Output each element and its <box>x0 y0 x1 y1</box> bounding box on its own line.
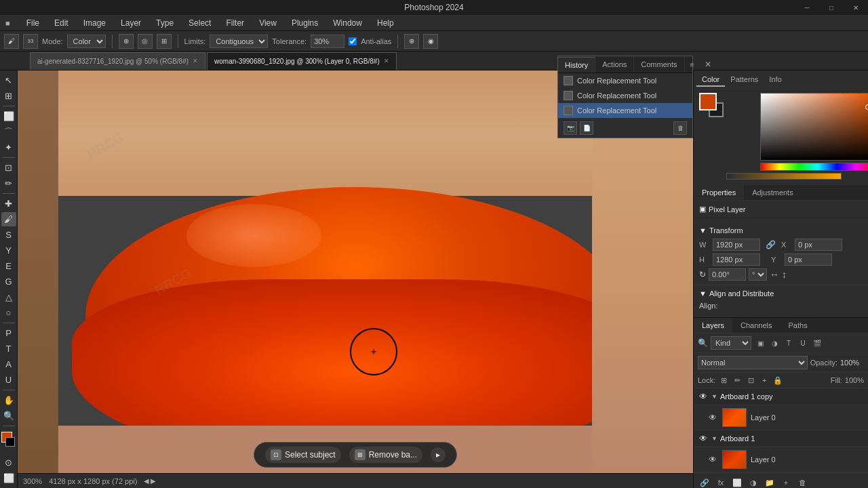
color-tab[interactable]: Color <box>696 73 725 87</box>
select-subject-button[interactable]: ⊡ Select subject <box>265 447 341 463</box>
nav-prev[interactable]: ◀ <box>144 477 149 485</box>
angle-input[interactable] <box>709 268 746 281</box>
brush-preset-icon[interactable]: 33 <box>23 34 38 49</box>
history-item-3[interactable]: Color Replacement Tool <box>558 103 692 118</box>
lock-all-icon[interactable]: 🔒 <box>772 375 783 386</box>
lasso-tool[interactable]: ⌒ <box>1 125 16 139</box>
opacity-slider[interactable] <box>726 173 842 180</box>
tab-1[interactable]: ai-generated-8327716_1920.jpg @ 50% (RGB… <box>30 52 205 70</box>
layer-0-1-vis[interactable]: 👁 <box>707 454 718 465</box>
layers-new-btn[interactable]: + <box>779 476 793 488</box>
history-item-1[interactable]: Color Replacement Tool <box>558 73 692 88</box>
menu-file[interactable]: File <box>24 18 42 28</box>
properties-tab[interactable]: Properties <box>694 185 744 200</box>
comments-tab[interactable]: Comments <box>634 57 684 72</box>
screen-mode[interactable]: ⬜ <box>1 471 16 485</box>
patterns-tab[interactable]: Patterns <box>725 73 764 87</box>
blur-tool[interactable]: △ <box>1 290 16 304</box>
hand-tool[interactable]: ✋ <box>1 393 16 407</box>
menu-select[interactable]: Select <box>186 18 214 28</box>
shape-tool[interactable]: U <box>1 373 16 387</box>
filter-pixel-icon[interactable]: ▣ <box>754 337 766 349</box>
lock-transparent-icon[interactable]: ⊞ <box>718 375 729 386</box>
nav-next[interactable]: ▶ <box>151 477 156 485</box>
more-options-button[interactable]: ▸ <box>431 447 446 462</box>
mode-select[interactable]: Color <box>67 35 106 48</box>
artboard-1-copy-vis[interactable]: 👁 <box>698 391 709 402</box>
type-tool[interactable]: T <box>1 342 16 356</box>
artboard-1-vis[interactable]: 👁 <box>698 433 709 444</box>
brush-tool[interactable]: 🖌 <box>1 212 16 226</box>
width-input[interactable] <box>713 239 760 251</box>
blend-mode-select[interactable]: Normal <box>698 356 808 369</box>
path-selection-tool[interactable]: A <box>1 357 16 371</box>
layers-link-btn[interactable]: 🔗 <box>698 476 711 488</box>
tab-1-close[interactable]: ✕ <box>193 58 198 64</box>
artboard-tool[interactable]: ⊞ <box>1 89 16 103</box>
limits-select[interactable]: Contiguous <box>210 35 268 48</box>
menu-type[interactable]: Type <box>153 18 176 28</box>
link-icon[interactable]: 🔗 <box>766 240 776 249</box>
history-tab[interactable]: History <box>558 57 595 73</box>
history-brush-tool[interactable]: Y <box>1 243 16 258</box>
y-input[interactable] <box>785 253 832 266</box>
move-tool[interactable]: ↖ <box>1 73 16 87</box>
crop-tool[interactable]: ⊡ <box>1 161 16 175</box>
eraser-tool[interactable]: E <box>1 259 16 273</box>
panel-more-btn[interactable]: ≡ <box>685 58 700 72</box>
hue-slider[interactable] <box>760 163 868 171</box>
panel-close-btn[interactable]: ✕ <box>699 56 717 73</box>
magic-wand-tool[interactable]: ✦ <box>1 140 16 155</box>
menu-help[interactable]: Help <box>374 18 397 28</box>
adjustments-tab[interactable]: Adjustments <box>744 185 802 200</box>
filter-adjustment-icon[interactable]: ◑ <box>768 337 781 349</box>
history-item-2[interactable]: Color Replacement Tool <box>558 88 692 103</box>
channels-tab[interactable]: Channels <box>732 318 780 333</box>
minimize-button[interactable]: ─ <box>795 0 819 15</box>
new-document-btn[interactable]: 📄 <box>580 121 593 135</box>
gradient-tool[interactable]: G <box>1 274 16 289</box>
layer-0-artboard-1[interactable]: 👁 Layer 0 <box>694 447 868 472</box>
color-swatch-area[interactable] <box>1 432 16 451</box>
new-snapshot-btn[interactable]: 📷 <box>564 121 577 135</box>
menu-filter[interactable]: Filter <box>223 18 247 28</box>
tolerance-input[interactable] <box>311 35 344 48</box>
sample-icon[interactable]: ⊕ <box>119 34 134 49</box>
menu-window[interactable]: Window <box>330 18 365 28</box>
actions-tab[interactable]: Actions <box>595 57 634 72</box>
layers-delete-btn[interactable]: 🗑 <box>795 476 809 488</box>
info-tab[interactable]: Info <box>764 73 787 87</box>
background-color[interactable] <box>5 437 15 447</box>
delete-state-btn[interactable]: 🗑 <box>673 121 687 135</box>
eyedropper-tool[interactable]: ✏ <box>1 176 16 190</box>
tab-2-close[interactable]: ✕ <box>384 58 389 64</box>
clone-stamp-tool[interactable]: S <box>1 228 16 242</box>
filter-shape-icon[interactable]: U <box>797 337 809 349</box>
zoom-tool[interactable]: 🔍 <box>1 409 16 423</box>
layers-tab[interactable]: Layers <box>694 318 732 333</box>
menu-layer[interactable]: Layer <box>118 18 144 28</box>
align-distribute-header[interactable]: ▼ Align and Distribute <box>699 289 863 298</box>
kind-select[interactable]: Kind <box>711 336 751 350</box>
remove-background-button[interactable]: ⊠ Remove ba... <box>349 447 422 463</box>
lock-paint-icon[interactable]: ✏ <box>732 375 743 386</box>
tab-2[interactable]: woman-3990680_1920.jpg @ 300% (Layer 0, … <box>207 52 397 70</box>
pixel-layer-header[interactable]: ▣ Pixel Layer <box>699 205 863 214</box>
layer-0-artboard-copy[interactable]: 👁 Layer 0 <box>694 405 868 430</box>
lock-position-icon[interactable]: + <box>759 375 770 386</box>
layer-0-copy-vis[interactable]: 👁 <box>707 412 718 423</box>
layers-group-btn[interactable]: 📁 <box>763 476 776 488</box>
layers-adj-btn[interactable]: ◑ <box>747 476 760 488</box>
paths-tab[interactable]: Paths <box>781 318 816 333</box>
brush-tool-icon[interactable]: 🖌 <box>4 34 19 49</box>
dodge-tool[interactable]: ○ <box>1 306 16 320</box>
angle-select[interactable]: ° <box>749 268 767 281</box>
flip-h-icon[interactable]: ↔ <box>770 269 779 280</box>
x-input[interactable] <box>795 239 842 251</box>
menu-view[interactable]: View <box>256 18 279 28</box>
layers-fx-btn[interactable]: fx <box>714 476 728 488</box>
layers-mask-btn[interactable]: ⬜ <box>730 476 744 488</box>
pen-tool[interactable]: P <box>1 326 16 340</box>
filter-type-icon[interactable]: T <box>783 337 795 349</box>
sample-all-layers-icon[interactable]: ⊕ <box>404 34 419 49</box>
